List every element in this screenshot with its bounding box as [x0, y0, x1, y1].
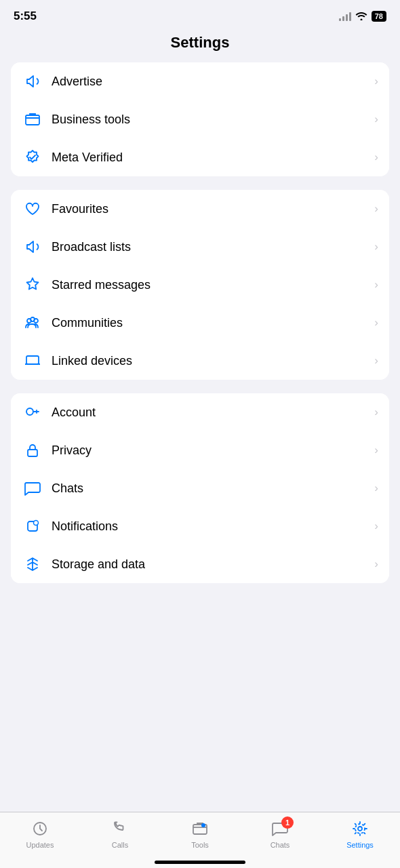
storage-icon: [22, 553, 43, 575]
broadcast-icon: [22, 236, 43, 258]
chevron-icon: ›: [374, 113, 378, 126]
section-account: Account › Privacy › Chats › Notification…: [11, 393, 389, 583]
business-tools-label: Business tools: [52, 113, 374, 127]
row-business-tools[interactable]: Business tools ›: [11, 100, 389, 138]
row-favourites[interactable]: Favourites ›: [11, 190, 389, 228]
row-notifications[interactable]: Notifications ›: [11, 507, 389, 545]
status-bar: 5:55 78: [0, 0, 400, 28]
row-storage-data[interactable]: Storage and data ›: [11, 545, 389, 583]
wifi-icon: [355, 11, 367, 22]
chats-tab-icon: 1: [271, 819, 289, 838]
tab-settings[interactable]: Settings: [320, 819, 400, 849]
tools-tab-icon: [191, 819, 209, 838]
row-starred-messages[interactable]: Starred messages ›: [11, 266, 389, 304]
updates-tab-label: Updates: [26, 841, 54, 849]
business-tools-icon: [22, 108, 43, 130]
chevron-icon: ›: [374, 406, 378, 419]
calls-tab-icon: [111, 819, 129, 838]
storage-data-label: Storage and data: [52, 557, 374, 572]
heart-icon: [22, 198, 43, 220]
star-icon: [22, 274, 43, 296]
battery-icon: 78: [372, 11, 386, 22]
privacy-label: Privacy: [52, 443, 374, 458]
account-label: Account: [52, 406, 374, 420]
chevron-icon: ›: [374, 75, 378, 88]
chevron-icon: ›: [374, 202, 378, 216]
svg-rect-4: [26, 356, 39, 364]
row-communities[interactable]: Communities ›: [11, 304, 389, 342]
tab-tools[interactable]: Tools: [160, 819, 240, 849]
section-business: Advertise › Business tools › Meta Verifi…: [11, 62, 389, 176]
home-indicator: [155, 861, 245, 864]
row-meta-verified[interactable]: Meta Verified ›: [11, 138, 389, 176]
settings-tab-label: Settings: [346, 841, 374, 849]
svg-point-12: [358, 827, 362, 831]
chevron-icon: ›: [374, 557, 378, 571]
row-broadcast-lists[interactable]: Broadcast lists ›: [11, 228, 389, 266]
chats-label: Chats: [52, 481, 374, 496]
tab-updates[interactable]: Updates: [0, 819, 80, 849]
tab-chats[interactable]: 1 Chats: [240, 819, 320, 849]
status-icons: 78: [339, 11, 386, 22]
chats-badge: 1: [281, 816, 294, 829]
notifications-label: Notifications: [52, 519, 374, 534]
chevron-icon: ›: [374, 316, 378, 330]
key-icon: [22, 401, 43, 423]
tab-bar: Updates Calls Tools 1 Chats: [0, 812, 400, 868]
calls-tab-label: Calls: [112, 841, 128, 849]
page-title: Settings: [0, 28, 400, 62]
updates-tab-icon: [31, 819, 49, 838]
lock-icon: [22, 439, 43, 461]
chevron-icon: ›: [374, 443, 378, 457]
svg-rect-6: [28, 450, 37, 456]
row-chats[interactable]: Chats ›: [11, 469, 389, 507]
notifications-icon: [22, 515, 43, 537]
advertise-label: Advertise: [52, 75, 374, 89]
chevron-icon: ›: [374, 240, 378, 254]
chevron-icon: ›: [374, 278, 378, 292]
svg-point-5: [26, 408, 33, 415]
settings-tab-icon: [351, 819, 369, 838]
tools-tab-label: Tools: [191, 841, 209, 849]
svg-point-11: [201, 823, 205, 827]
svg-rect-0: [26, 115, 39, 125]
svg-point-13: [355, 824, 365, 833]
chevron-icon: ›: [374, 354, 378, 368]
signal-icon: [339, 12, 351, 21]
meta-verified-label: Meta Verified: [52, 151, 374, 165]
communities-icon: [22, 312, 43, 334]
communities-label: Communities: [52, 316, 374, 330]
broadcast-lists-label: Broadcast lists: [52, 240, 374, 254]
chevron-icon: ›: [374, 519, 378, 533]
linked-devices-label: Linked devices: [52, 354, 374, 368]
tab-calls[interactable]: Calls: [80, 819, 160, 849]
status-time: 5:55: [14, 9, 37, 23]
chevron-icon: ›: [374, 481, 378, 495]
row-linked-devices[interactable]: Linked devices ›: [11, 342, 389, 380]
chevron-icon: ›: [374, 151, 378, 164]
megaphone-icon: [22, 71, 43, 92]
chat-icon: [22, 477, 43, 499]
row-advertise[interactable]: Advertise ›: [11, 62, 389, 100]
laptop-icon: [22, 350, 43, 372]
section-messaging: Favourites › Broadcast lists › Starred m…: [11, 190, 389, 380]
row-account[interactable]: Account ›: [11, 393, 389, 431]
chats-tab-label: Chats: [271, 841, 290, 849]
starred-messages-label: Starred messages: [52, 278, 374, 292]
row-privacy[interactable]: Privacy ›: [11, 431, 389, 469]
meta-verified-icon: [22, 146, 43, 168]
svg-point-8: [34, 521, 39, 526]
favourites-label: Favourites: [52, 202, 374, 216]
